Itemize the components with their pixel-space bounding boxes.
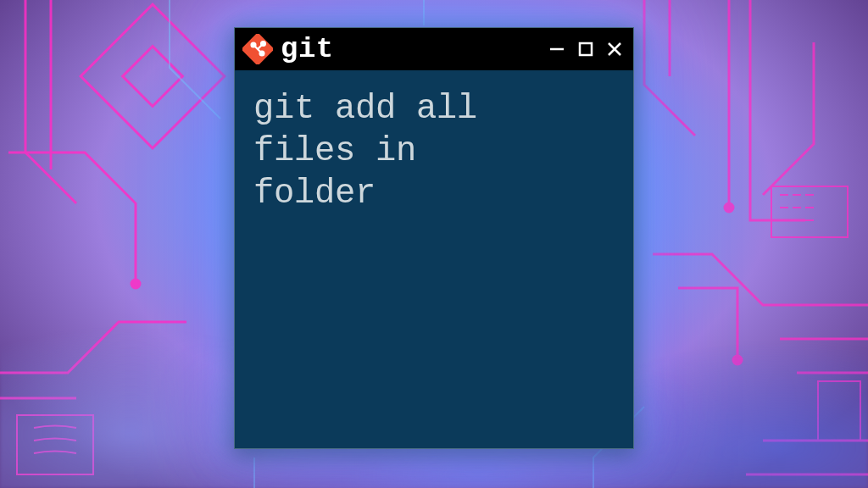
svg-point-12: [261, 42, 265, 46]
close-button[interactable]: [604, 39, 625, 59]
svg-point-13: [260, 52, 264, 56]
terminal-body[interactable]: git add all files in folder: [235, 70, 633, 448]
git-icon: [242, 33, 274, 65]
svg-rect-15: [580, 43, 592, 55]
terminal-window: git git add all files in folder: [234, 27, 634, 449]
app-title: git: [281, 33, 540, 65]
maximize-button[interactable]: [576, 39, 596, 59]
window-controls: [547, 39, 625, 59]
minimize-button[interactable]: [547, 39, 567, 59]
window-titlebar[interactable]: git: [235, 28, 633, 70]
svg-point-11: [252, 43, 256, 47]
terminal-text: git add all files in folder: [253, 87, 616, 215]
